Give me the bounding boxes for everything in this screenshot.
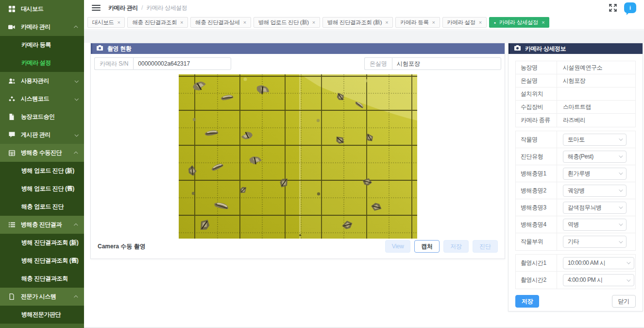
capture-button[interactable]: 캡처 xyxy=(414,240,440,253)
table-row-pest-name-2: 병해충명2 궤양병 xyxy=(516,182,635,199)
sidebar-item-camera-management[interactable]: 카메라 관리 xyxy=(0,18,84,36)
sidebar-item-pest-upload[interactable]: 해충 업로드 진단 xyxy=(0,198,84,216)
board-icon xyxy=(8,132,15,138)
select-value: 기타 xyxy=(568,238,579,246)
camera-sn-group: 카메라 S/N xyxy=(94,57,231,70)
row-label: 병해충명2 xyxy=(516,182,557,199)
close-icon[interactable]: × xyxy=(117,19,120,25)
table-row-capture-time-2: 촬영시간2 4:00:00 PM 시 xyxy=(516,272,635,289)
topbar-actions: i xyxy=(609,2,636,13)
view-button[interactable]: View xyxy=(385,240,410,253)
sidebar-item-board-management[interactable]: 게시판 관리 xyxy=(0,126,84,144)
sidebar-item-disease-expert-judgement[interactable]: 병해전문가판단 xyxy=(0,306,84,324)
row-label: 카메라 종류 xyxy=(516,114,557,127)
tab-pest-result-list[interactable]: 해충 진단결과조회 × xyxy=(127,17,188,28)
capture-time-1-select[interactable]: 10:00:00 AM 시 xyxy=(563,257,634,269)
sidebar-item-disease-upload-new[interactable]: 병해 업로드 진단 (新) xyxy=(0,162,84,180)
sidebar-submenu-manual-diagnosis: 병해 업로드 진단 (新) 병해 업로드 진단 (舊) 해충 업로드 진단 xyxy=(0,162,84,216)
close-button[interactable]: 닫기 xyxy=(612,295,636,308)
chevron-down-icon xyxy=(619,222,623,225)
save-button[interactable]: 저장 xyxy=(515,295,539,308)
pest-name-3-select[interactable]: 갈색점무늬병 xyxy=(563,202,627,214)
sidebar-item-dashboard[interactable]: 대시보드 xyxy=(0,0,84,18)
chevron-down-icon xyxy=(627,260,630,264)
sidebar-submenu-expert: 병해전문가판단 xyxy=(0,306,84,324)
close-icon[interactable]: × xyxy=(385,19,388,25)
breadcrumb: 카메라 관리 / 카메라 상세설정 xyxy=(108,4,187,12)
sidebar-item-diagnosis-results[interactable]: 병해충 진단결과 xyxy=(0,216,84,234)
row-label: 병해충명3 xyxy=(516,199,557,216)
tab-disease-result-new[interactable]: 병해 진단결과조회 (新) × xyxy=(322,17,393,28)
close-icon[interactable]: × xyxy=(479,19,482,25)
select-value: 갈색점무늬병 xyxy=(568,204,602,212)
close-icon[interactable]: × xyxy=(312,19,315,25)
row-label: 농장명 xyxy=(516,61,557,74)
fullscreen-icon[interactable] xyxy=(609,3,617,12)
tab-label: 카메라 등록 xyxy=(400,19,428,26)
close-icon[interactable]: × xyxy=(243,19,246,25)
pest-name-1-select[interactable]: 흰가루병 xyxy=(563,168,627,180)
tab-label: 카메라 설정 xyxy=(447,19,475,26)
table-row-collection-device: 수집장비 스마트트랩 xyxy=(516,101,635,114)
close-icon[interactable]: × xyxy=(542,19,544,25)
table-row-pest-name-4: 병해충명4 역병 xyxy=(516,216,635,233)
crop-part-select[interactable]: 기타 xyxy=(563,236,627,248)
pest-name-4-select[interactable]: 역병 xyxy=(563,219,627,231)
chevron-down-icon xyxy=(619,137,623,140)
sidebar-item-user-management[interactable]: 사용자관리 xyxy=(0,72,84,90)
diagnose-button[interactable]: 진단 xyxy=(473,240,498,253)
tab-label: 대시보드 xyxy=(92,19,114,26)
top-bar: 카메라 관리 / 카메라 상세설정 i xyxy=(84,0,644,16)
sidebar-item-camera-settings[interactable]: 카메라 설정 xyxy=(0,54,84,72)
sidebar-item-label: 병해전문가판단 xyxy=(21,311,78,319)
chevron-down-icon xyxy=(619,239,623,243)
capture-buttons: View 캡처 저장 진단 xyxy=(385,240,498,253)
tab-label: 병해 진단결과조회 (新) xyxy=(327,19,382,26)
sidebar-item-disease-upload-old[interactable]: 병해 업로드 진단 (舊) xyxy=(0,180,84,198)
row-label: 작물명 xyxy=(516,131,557,148)
sidebar-item-disease-result-old[interactable]: 병해 진단결과조회 (舊) xyxy=(0,252,84,270)
active-dot-icon: ● xyxy=(494,21,496,24)
sidebar-item-system-code[interactable]: 시스템코드 xyxy=(0,90,84,108)
tab-camera-detail-settings[interactable]: ● 카메라 상세설정 × xyxy=(489,17,549,28)
camera-sn-label: 카메라 S/N xyxy=(94,57,133,70)
row-value: 시설원예연구소 xyxy=(557,64,602,72)
row-label: 온실명 xyxy=(516,74,557,87)
chevron-down-icon xyxy=(619,154,623,157)
sidebar-item-label: 카메라 설정 xyxy=(21,59,78,67)
users-icon xyxy=(8,78,15,84)
capture-time-2-select[interactable]: 4:00:00 PM 시 xyxy=(563,274,634,286)
tab-pest-result-detail[interactable]: 해충 진단결과상세 × xyxy=(190,17,251,28)
pest-name-2-select[interactable]: 궤양병 xyxy=(563,185,627,197)
trap-photo xyxy=(179,74,417,239)
hamburger-icon[interactable] xyxy=(92,5,101,11)
tab-camera-register[interactable]: 카메라 등록 × xyxy=(395,17,440,28)
chevron-down-icon xyxy=(627,277,630,281)
tab-dashboard[interactable]: 대시보드 × xyxy=(87,17,125,28)
sidebar-item-disease-result-new[interactable]: 병해 진단결과조회 (新) xyxy=(0,234,84,252)
close-icon[interactable]: × xyxy=(432,19,435,25)
manual-capture-label: Camera 수동 촬영 xyxy=(98,242,146,251)
sidebar-item-pest-manual-diagnosis[interactable]: 병해충 수동진단 xyxy=(0,144,84,162)
sidebar-item-camera-register[interactable]: 카메라 등록 xyxy=(0,36,84,54)
sidebar-item-label: 병해충 진단결과 xyxy=(21,221,75,229)
tab-camera-settings[interactable]: 카메라 설정 × xyxy=(442,17,487,28)
greenhouse-input[interactable] xyxy=(392,57,501,70)
system-code-icon xyxy=(8,96,15,102)
tab-label: 카메라 상세설정 xyxy=(499,19,539,26)
select-value: 10:00:00 AM 시 xyxy=(568,259,606,267)
tab-disease-upload-new[interactable]: 병해 업로드 진단 (新) × xyxy=(254,17,320,28)
sidebar-item-expert-system[interactable]: 전문가 시스템 xyxy=(0,288,84,306)
table-icon xyxy=(8,150,15,156)
save-capture-button[interactable]: 저장 xyxy=(443,240,469,253)
diagnosis-type-select[interactable]: 해충(Pest) xyxy=(563,151,627,163)
chat-icon[interactable]: i xyxy=(624,2,636,13)
sidebar-item-pest-result[interactable]: 해충 진단결과조회 xyxy=(0,270,84,288)
breadcrumb-section[interactable]: 카메라 관리 xyxy=(108,4,138,12)
crop-name-select[interactable]: 토마토 xyxy=(563,134,627,146)
camera-sn-input[interactable] xyxy=(133,57,231,70)
sidebar-item-farm-code-approval[interactable]: 농장코드승인 xyxy=(0,108,84,126)
close-icon[interactable]: × xyxy=(180,19,183,25)
camera-icon xyxy=(97,45,103,52)
chevron-down-icon xyxy=(619,188,623,191)
